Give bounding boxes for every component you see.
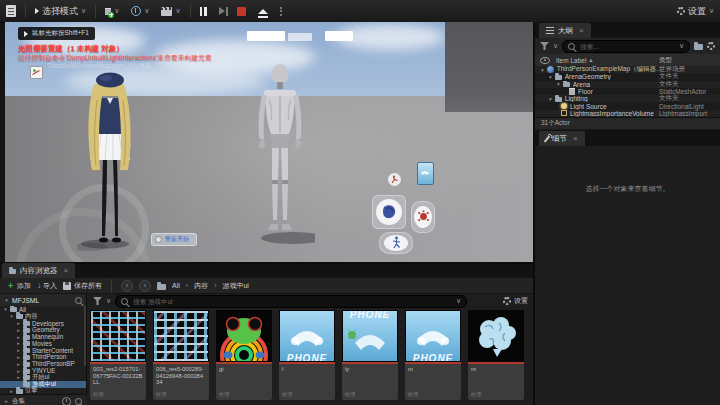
asset-tile[interactable]: gi 纹理 (216, 310, 272, 405)
content-browser-toolbar: ＋ 添加 ↓ 导入 保存所有 ‹ › All › 内容 › 游戏中ui (0, 278, 533, 294)
settings-label: 设置 (688, 5, 706, 18)
back-button[interactable]: ‹ (121, 280, 133, 292)
settings-dropdown[interactable]: 设置 ∨ (671, 0, 720, 22)
column-type[interactable]: 类型 (659, 56, 672, 65)
asset-tile[interactable]: PHONE m 纹理 (405, 310, 461, 405)
stop-button[interactable] (231, 0, 252, 22)
close-icon[interactable]: × (579, 26, 584, 35)
asset-tile[interactable]: 003_res2-015701-06775FAC-00132BLL 纹理 (90, 310, 146, 405)
frame-skip-icon (219, 7, 225, 15)
forward-button[interactable]: › (139, 280, 151, 292)
view-settings-button[interactable]: 设置 (503, 296, 528, 306)
eject-button[interactable] (252, 0, 274, 22)
save-all-button[interactable]: 保存所有 (63, 281, 102, 291)
add-button[interactable]: ＋ 添加 (6, 279, 31, 292)
phone-thumb-text: PHONE (406, 353, 460, 362)
asset-name: m (408, 366, 458, 373)
phone-thumb-text: PHONE (280, 353, 334, 362)
breadcrumb-root[interactable]: All (172, 282, 180, 289)
running-figure-icon (390, 175, 399, 184)
search-icon[interactable] (75, 398, 82, 405)
mouse-control-hint-button[interactable]: 鼠标光标按Shift+F1 (18, 27, 95, 40)
skill-button-large[interactable] (372, 195, 406, 229)
phone-widget-button[interactable] (417, 162, 434, 185)
turtle-button[interactable] (411, 201, 435, 233)
outliner-row-folder[interactable]: ▾ Arena 文件夹 (535, 81, 720, 88)
tree-item-game-ui-selected[interactable]: 游戏中ui (0, 381, 86, 388)
outliner-row-folder[interactable]: ▾ Lighting 文件夹 (535, 95, 720, 102)
outliner-row-light[interactable]: Light Source DirectionalLight (535, 102, 720, 109)
asset-search-input[interactable] (131, 297, 453, 306)
tab-details[interactable]: 细节 × (539, 131, 585, 146)
gear-icon (677, 7, 685, 15)
blueprints-dropdown[interactable]: ∨ (125, 0, 155, 22)
new-folder-icon[interactable] (694, 44, 703, 50)
run-button[interactable] (388, 173, 401, 186)
asset-thumbnail-phone: PHONE (342, 310, 398, 362)
asset-tile[interactable]: 006_res5-000289-04126948-00028434 纹理 (153, 310, 209, 405)
tree-item-all[interactable]: ▾All (0, 306, 86, 313)
info-icon[interactable] (62, 397, 71, 405)
tree-scrollbar[interactable] (84, 306, 86, 366)
outliner-row-world[interactable]: ▾ ThirdPersonExampleMap（编辑器中运行） 世界场景 (535, 66, 720, 73)
asset-tile[interactable]: PHONE ly 纹理 (342, 310, 398, 405)
breadcrumb-content[interactable]: 内容 (194, 281, 208, 291)
asset-tile[interactable]: PHONE l 纹理 (279, 310, 335, 405)
details-tab-label: 细节 (552, 134, 567, 144)
add-actor-dropdown[interactable]: ∨ (99, 0, 125, 22)
outliner-search-box[interactable]: ∨ (562, 40, 690, 53)
dance-button[interactable] (379, 232, 413, 254)
asset-name: 003_res2-015701-06775FAC-00132BLL (93, 366, 143, 386)
asset-tile[interactable]: nt 纹理 (468, 310, 524, 405)
select-mode-label: 选择模式 (42, 5, 78, 18)
import-arrow-icon: ↓ (37, 281, 41, 290)
eye-icon[interactable] (540, 57, 550, 64)
toolbar-divider (95, 4, 96, 18)
outliner-filter-row: ∨ ∨ (535, 38, 720, 54)
import-button[interactable]: ↓ 导入 (37, 281, 57, 291)
volume-icon (561, 110, 567, 116)
playback-overflow-button[interactable] (274, 0, 288, 22)
interact-prompt-label: 重新开始 (165, 235, 189, 244)
actor-count-label: 31个Actor (541, 119, 570, 128)
folder-icon (157, 284, 166, 290)
interact-prompt-button[interactable]: 重新开始 (151, 233, 197, 246)
collections-bar[interactable]: ▸ 合集 (0, 394, 86, 405)
search-icon[interactable] (75, 297, 82, 304)
column-item-label[interactable]: Item Label (556, 57, 586, 64)
outliner-row-actor[interactable]: Floor StaticMeshActor (535, 88, 720, 95)
chevron-down-icon: ∨ (456, 297, 461, 305)
asset-thumbnail-spritesheet (90, 310, 146, 362)
pause-button[interactable] (194, 0, 213, 22)
level-viewport[interactable]: 鼠标光标按Shift+F1 光照需要重建（1 未构建 对象） 运行控制台命令'D… (5, 22, 533, 262)
filter-funnel-icon[interactable] (540, 42, 549, 50)
chevron-down-icon: ∨ (553, 42, 558, 50)
content-browser-tab-bar: 内容浏览器 × (0, 264, 533, 278)
outliner-search-input[interactable] (578, 42, 676, 51)
tab-content-browser[interactable]: 内容浏览器 × (2, 263, 75, 278)
folder-icon (23, 382, 30, 387)
close-icon[interactable]: × (64, 266, 69, 275)
gear-icon[interactable] (707, 42, 715, 50)
collections-label: 合集 (12, 397, 25, 405)
chevron-down-icon: ∨ (106, 297, 111, 305)
select-mode-dropdown[interactable]: 选择模式 ∨ (29, 0, 92, 22)
cinematics-dropdown[interactable]: ∨ (155, 0, 186, 22)
outliner-row-folder[interactable]: ▾ ArenaGeometry 文件夹 (535, 73, 720, 80)
anime-girl-character (77, 70, 143, 252)
file-menu-button[interactable] (0, 0, 22, 22)
breadcrumb-current[interactable]: 游戏中ui (222, 281, 248, 291)
close-icon[interactable]: × (573, 134, 578, 143)
toolbar-divider (25, 4, 26, 18)
asset-search-box[interactable]: ∨ (115, 295, 467, 308)
asset-thumbnail-spritesheet (153, 310, 209, 362)
outliner-row-volume[interactable]: LightmassImportanceVolume LightmassImpor… (535, 110, 720, 117)
tab-outliner[interactable]: 大纲 × (539, 23, 591, 38)
frame-skip-button[interactable] (213, 0, 231, 22)
folder-icon (555, 75, 562, 80)
chevron-down-icon: ∨ (175, 7, 180, 15)
sources-header[interactable]: ▾ MFJSML (0, 294, 86, 306)
chevron-down-icon: ∨ (709, 7, 714, 15)
filter-funnel-icon[interactable] (93, 297, 102, 305)
outliner-tab-label: 大纲 (558, 26, 573, 36)
